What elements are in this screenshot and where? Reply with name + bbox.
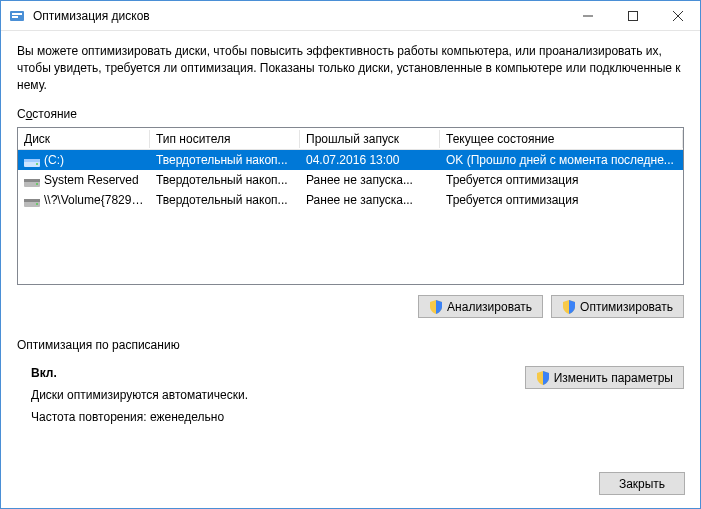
schedule-line2: Частота повторения: еженедельно [31,410,525,424]
app-icon [9,8,25,24]
table-row[interactable]: \\?\Volume{7829fc...Твердотельный накоп.… [18,190,683,210]
close-button[interactable] [655,1,700,30]
svg-point-9 [36,163,38,165]
cell-lastrun: 04.07.2016 13:00 [300,152,440,168]
column-disk[interactable]: Диск [18,130,150,148]
state-section-label: Состояние [17,107,684,121]
schedule-status: Вкл. [31,366,525,380]
cell-lastrun: Ранее не запуска... [300,172,440,188]
cell-disk: (C:) [18,152,150,168]
column-media[interactable]: Тип носителя [150,130,300,148]
minimize-button[interactable] [565,1,610,30]
cell-media: Твердотельный накоп... [150,192,300,208]
analyze-button[interactable]: Анализировать [418,295,543,318]
table-row[interactable]: System ReservedТвердотельный накоп...Ран… [18,170,683,190]
svg-rect-11 [24,179,40,182]
svg-rect-4 [628,11,637,20]
cell-status: Требуется оптимизация [440,192,683,208]
optimize-button[interactable]: Оптимизировать [551,295,684,318]
cell-media: Твердотельный накоп... [150,172,300,188]
cell-status: Требуется оптимизация [440,172,683,188]
drive-icon [24,155,40,167]
svg-point-15 [36,203,38,205]
table-row[interactable]: (C:)Твердотельный накоп...04.07.2016 13:… [18,150,683,170]
cell-disk: System Reserved [18,172,150,188]
svg-rect-1 [12,13,22,15]
cell-lastrun: Ранее не запуска... [300,192,440,208]
schedule-line1: Диски оптимизируются автоматически. [31,388,525,402]
change-settings-button[interactable]: Изменить параметры [525,366,684,389]
column-status[interactable]: Текущее состояние [440,130,683,148]
cell-disk: \\?\Volume{7829fc... [18,192,150,208]
close-dialog-button[interactable]: Закрыть [599,472,685,495]
cell-status: OK (Прошло дней с момента последне... [440,152,683,168]
svg-rect-14 [24,199,40,202]
intro-text: Вы можете оптимизировать диски, чтобы по… [17,43,684,93]
svg-rect-2 [12,16,18,18]
shield-icon [562,300,576,314]
svg-rect-8 [24,159,40,162]
shield-icon [536,371,550,385]
drive-icon [24,175,40,187]
drives-listview[interactable]: Диск Тип носителя Прошлый запуск Текущее… [17,127,684,285]
maximize-button[interactable] [610,1,655,30]
schedule-section-label: Оптимизация по расписанию [17,338,684,352]
window-title: Оптимизация дисков [33,9,150,23]
titlebar: Оптимизация дисков [1,1,700,31]
drive-icon [24,195,40,207]
listview-header: Диск Тип носителя Прошлый запуск Текущее… [18,128,683,150]
svg-point-12 [36,183,38,185]
column-lastrun[interactable]: Прошлый запуск [300,130,440,148]
shield-icon [429,300,443,314]
cell-media: Твердотельный накоп... [150,152,300,168]
